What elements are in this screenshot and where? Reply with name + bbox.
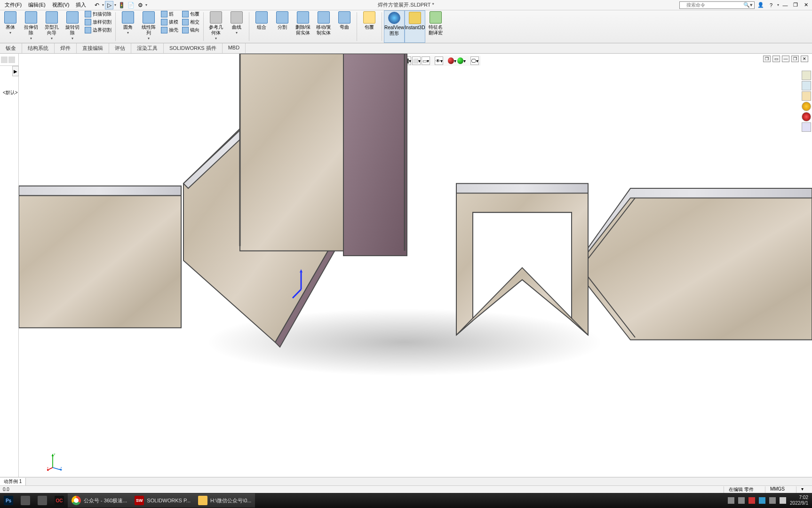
motion-study-tab[interactable]: 动算例 1 <box>0 478 26 485</box>
cmd-revolve-cut[interactable]: 旋转切 除▾ <box>62 10 83 43</box>
windows-taskbar: Ps OC 公众号 - 360极速... SWSOLIDWORKS P... H… <box>0 493 812 508</box>
minimize-button[interactable]: — <box>781 1 789 9</box>
cmd-shell[interactable]: 抽壳 <box>159 26 180 34</box>
status-coords: 0.0 <box>0 487 9 492</box>
feature-tree-panel[interactable]: ▶ <默认> <box>0 54 19 477</box>
tab-evaluate[interactable]: 评估 <box>109 43 131 53</box>
cmd-fillet[interactable]: 圆角▾ <box>118 10 138 43</box>
svg-marker-4 <box>456 184 588 193</box>
svg-line-18 <box>48 468 53 470</box>
tray-icon-4[interactable] <box>759 497 765 504</box>
tab-addins[interactable]: SOLIDWORKS 插件 <box>164 43 223 53</box>
menu-items: 文件(F) 编辑(E) 视图(V) 插入 <box>0 0 89 9</box>
cmd-draft[interactable]: 拔模 <box>159 18 180 26</box>
cmd-hole-wizard[interactable]: 异型孔 向导▾ <box>41 10 62 43</box>
taskbar-app-photoshop[interactable]: Ps <box>0 493 17 508</box>
status-bar: 0.0 在编辑 零件 MMGS ▾ <box>0 485 812 493</box>
status-extra[interactable]: ▾ <box>796 486 808 493</box>
search-wrapper: 🔍▾ <box>679 1 755 9</box>
tray-icon-2[interactable] <box>738 497 745 504</box>
restore-button[interactable]: ❐ <box>791 1 800 9</box>
settings-button[interactable]: ⚙ <box>136 1 144 9</box>
tree-tool-2[interactable] <box>8 56 15 63</box>
cmd-mirror[interactable]: 镜向 <box>180 26 201 34</box>
cmd-wrap-body[interactable]: 包覆 <box>359 10 380 43</box>
quick-access-toolbar: ↶▾ ▷▾ 🚦 📄 ⚙▾ <box>93 1 147 9</box>
tab-render[interactable]: 渲染工具 <box>131 43 164 53</box>
svg-text:z: z <box>61 466 62 469</box>
tab-sheetmetal[interactable]: 钣金 <box>0 43 22 53</box>
system-tray: 7:02 2022/9/1 <box>728 495 808 506</box>
taskbar-app-3[interactable] <box>34 493 51 508</box>
command-tab-bar: 钣金 结构系统 焊件 直接编辑 评估 渲染工具 SOLIDWORKS 插件 MB… <box>0 43 812 54</box>
cmd-instant3d[interactable]: Instant3D <box>405 10 425 43</box>
work-area: ▶ <默认> ⤢ ⬚ ↶ ◫ ▦▾ ⬛▾ ⬜▾ ▭▾ 👁▾ ▾ ▾ 🖵▾ ❐ ▭… <box>0 54 812 477</box>
cmd-extrude-cut[interactable]: 拉伸切 除▾ <box>21 10 41 43</box>
tree-config-label: <默认> <box>0 89 18 96</box>
tree-tool-1[interactable] <box>1 56 8 63</box>
cmd-wrap[interactable]: 包覆 <box>180 10 201 18</box>
orientation-triad[interactable]: y x z <box>47 452 66 471</box>
taskbar-app-4[interactable]: OC <box>51 493 68 508</box>
tray-icon-5[interactable] <box>769 497 776 504</box>
model-render <box>19 54 812 477</box>
cmd-flex[interactable]: 弯曲 <box>334 10 355 43</box>
tray-icon-1[interactable] <box>728 497 734 504</box>
taskbar-clock[interactable]: 7:02 2022/9/1 <box>790 495 808 506</box>
cmd-base-body[interactable]: 基体▾ <box>0 10 21 43</box>
svg-text:y: y <box>54 452 55 455</box>
tab-mbd[interactable]: MBD <box>223 43 246 53</box>
cmd-split[interactable]: 分割 <box>272 10 293 43</box>
tray-volume-icon[interactable] <box>780 497 786 504</box>
status-units[interactable]: MMGS <box>765 486 789 493</box>
svg-rect-12 <box>343 54 407 256</box>
cmd-curves[interactable]: 曲线▾ <box>226 10 247 43</box>
taskbar-app-2[interactable] <box>17 493 34 508</box>
search-icon[interactable]: 🔍▾ <box>743 2 753 8</box>
graphics-viewport[interactable]: ⤢ ⬚ ↶ ◫ ▦▾ ⬛▾ ⬜▾ ▭▾ 👁▾ ▾ ▾ 🖵▾ ❐ ▭ — ❐ ✕ <box>19 54 812 477</box>
status-editing: 在编辑 零件 <box>724 486 758 493</box>
taskbar-app-solidworks[interactable]: SWSOLIDWORKS P... <box>131 493 194 508</box>
rebuild-button[interactable]: 🚦 <box>117 1 126 9</box>
menu-bar: 文件(F) 编辑(E) 视图(V) 插入 ↶▾ ▷▾ 🚦 📄 ⚙▾ 焊件方管展开… <box>0 0 812 10</box>
svg-marker-7 <box>19 186 181 195</box>
close-button[interactable]: ✕ <box>802 1 810 9</box>
help-button[interactable]: ? <box>767 1 775 9</box>
tab-structure[interactable]: 结构系统 <box>22 43 55 53</box>
tab-directedit[interactable]: 直接编辑 <box>77 43 109 53</box>
ribbon: 基体▾ 拉伸切 除▾ 异型孔 向导▾ 旋转切 除▾ 扫描切除 放样切割 边界切割… <box>0 10 812 43</box>
cmd-loft-cut[interactable]: 放样切割 <box>83 18 113 26</box>
svg-marker-6 <box>19 193 181 328</box>
menu-insert[interactable]: 插入 <box>73 0 89 9</box>
tree-toolbar <box>0 54 18 66</box>
undo-button[interactable]: ↶ <box>93 1 101 9</box>
cmd-delete-keep[interactable]: 删除/保 留实体 <box>293 10 313 43</box>
cmd-realview[interactable]: RealView 图形 <box>384 10 405 43</box>
taskbar-app-browser[interactable]: 公众号 - 360极速... <box>68 493 131 508</box>
taskbar-app-explorer[interactable]: H:\微信公众号\0... <box>194 493 255 508</box>
cmd-intersect[interactable]: 相交 <box>180 18 201 26</box>
menu-view[interactable]: 视图(V) <box>49 0 72 9</box>
cmd-boundary-cut[interactable]: 边界切割 <box>83 26 113 34</box>
menu-edit[interactable]: 编辑(E) <box>25 0 48 9</box>
svg-text:x: x <box>47 466 48 469</box>
tab-weldment[interactable]: 焊件 <box>55 43 77 53</box>
cmd-swept-cut[interactable]: 扫描切除 <box>83 10 113 18</box>
motion-study-tabbar: 动算例 1 <box>0 477 812 485</box>
cmd-ref-geometry[interactable]: 参考几 何体▾ <box>206 10 226 43</box>
cmd-feature-translate-macro[interactable]: 特征名 翻译宏 <box>425 10 446 43</box>
tree-expand-toggle[interactable]: ▶ <box>12 66 19 76</box>
cmd-rib[interactable]: 筋 <box>159 10 180 18</box>
document-title: 焊件方管展开.SLDPRT * <box>378 1 434 8</box>
cmd-move-copy[interactable]: 移动/复 制实体 <box>313 10 334 43</box>
cmd-linear-pattern[interactable]: 线性阵 列▾ <box>138 10 159 43</box>
svg-line-20 <box>53 468 60 470</box>
tray-icon-3[interactable] <box>748 497 755 504</box>
user-icon[interactable]: 👤 <box>756 1 765 9</box>
options-button[interactable]: 📄 <box>127 1 135 9</box>
cmd-combine[interactable]: 组合 <box>251 10 272 43</box>
select-tool[interactable]: ▷ <box>105 1 113 9</box>
menu-file[interactable]: 文件(F) <box>2 0 24 9</box>
